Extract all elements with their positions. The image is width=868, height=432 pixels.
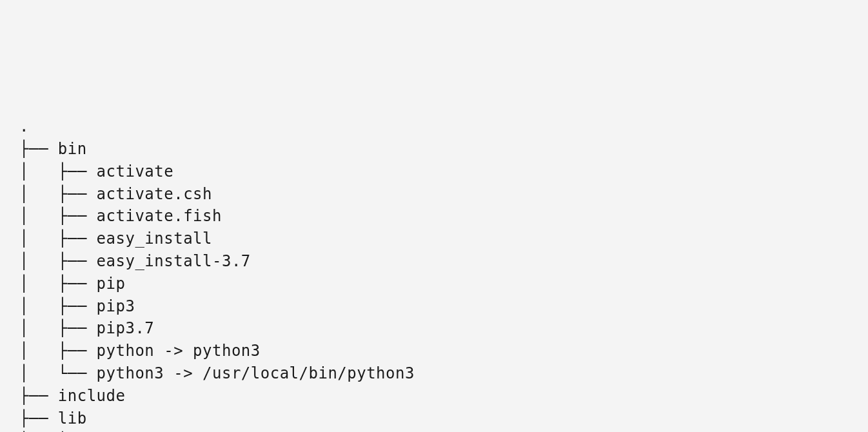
tree-line: │ ├── pip bbox=[19, 273, 849, 295]
directory-tree-output: .├── bin│ ├── activate│ ├── activate.csh… bbox=[19, 115, 849, 432]
tree-line: ├── include bbox=[19, 385, 849, 407]
tree-line: │ └── python3.7 bbox=[19, 429, 849, 432]
tree-line: │ ├── activate.fish bbox=[19, 205, 849, 228]
tree-line: │ ├── pip3.7 bbox=[19, 317, 849, 340]
tree-line: ├── lib bbox=[19, 407, 849, 430]
tree-line: │ ├── activate.csh bbox=[19, 183, 849, 206]
tree-line: │ ├── python -> python3 bbox=[19, 340, 849, 362]
tree-line: │ └── python3 -> /usr/local/bin/python3 bbox=[19, 362, 849, 385]
tree-root: . bbox=[19, 115, 849, 138]
tree-line: │ ├── pip3 bbox=[19, 295, 849, 318]
tree-line: ├── bin bbox=[19, 138, 849, 161]
tree-line: │ ├── easy_install-3.7 bbox=[19, 250, 849, 273]
tree-line: │ ├── easy_install bbox=[19, 228, 849, 250]
tree-line: │ ├── activate bbox=[19, 161, 849, 183]
